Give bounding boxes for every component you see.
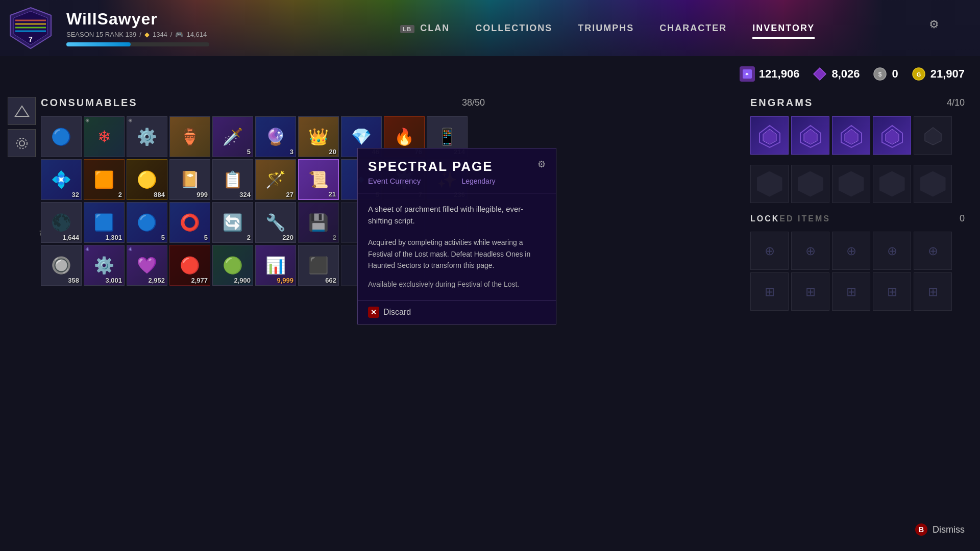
settings-icon[interactable]: ⚙ <box>929 18 939 31</box>
list-item[interactable]: 🌑 1,644 <box>41 202 82 243</box>
list-item[interactable] <box>873 116 911 155</box>
tab-character[interactable]: CHARACTER <box>659 20 727 36</box>
list-item[interactable] <box>791 116 829 155</box>
silver-icon: $ <box>872 66 888 82</box>
x-button-badge: ✕ <box>368 307 379 318</box>
locked-slot: ⊕ <box>873 232 911 270</box>
item-detail-subtitle: Event Currency <box>368 177 421 185</box>
list-item[interactable]: ❄ ✳ <box>84 116 125 157</box>
engrams-grid-bottom <box>750 165 965 203</box>
list-item[interactable]: 🔵 5 <box>127 202 167 243</box>
list-item[interactable]: 🟡 884 <box>127 159 167 200</box>
consumables-header: CONSUMABLES 38/50 <box>41 97 485 109</box>
user-info: WillSawyer SEASON 15 RANK 139 / ◆ 1344 /… <box>66 10 209 46</box>
locked-items-section: LOCKED ITEMS 0 ⊕ ⊕ ⊕ ⊕ ⊕ ⊞ ⊞ ⊞ ⊞ ⊞ <box>750 213 965 311</box>
svg-point-16 <box>17 138 27 148</box>
b-button-badge: B <box>915 523 927 536</box>
list-item[interactable]: 💠 32 <box>41 159 82 200</box>
list-item[interactable]: 🔄 2 <box>212 202 253 243</box>
currency-bar: ✦ 121,906 8,026 $ 0 G 21,907 <box>740 66 965 82</box>
svg-point-15 <box>19 141 24 146</box>
dismiss-label: Dismiss <box>933 524 965 535</box>
item-detail-header: SPECTRAL PAGE Event Currency Legendary ⚙ <box>358 148 556 193</box>
list-item <box>832 165 870 203</box>
tab-inventory[interactable]: INVENTORY <box>752 20 815 36</box>
list-item[interactable]: ⚙️ ✳ <box>127 116 167 157</box>
engrams-title: ENGRAMS <box>750 97 813 109</box>
tab-clan[interactable]: LB CLAN <box>400 20 450 36</box>
gear-icon-btn[interactable] <box>8 129 36 157</box>
item-detail-description: A sheet of parchment filled with illegib… <box>368 204 546 227</box>
main-content: ✦ 121,906 8,026 $ 0 G 21,907 <box>0 56 980 551</box>
avatar-container: 7 <box>0 0 61 56</box>
xp-bar-container <box>66 42 209 46</box>
list-item <box>914 116 952 155</box>
season-rank-label: SEASON 15 RANK 139 <box>66 31 136 38</box>
dismiss-button[interactable]: B Dismiss <box>915 523 965 536</box>
season-info: SEASON 15 RANK 139 / ◆ 1344 / 🎮 14,614 <box>66 31 209 38</box>
tab-collections[interactable]: COLLECTIONS <box>475 20 552 36</box>
silver-icon-small: 🎮 <box>175 31 183 38</box>
svg-text:G: G <box>916 71 921 78</box>
hex-placeholder <box>839 171 864 197</box>
list-item[interactable]: 💜 2,952 ✳ <box>127 245 167 286</box>
list-item[interactable]: 🔵 <box>41 116 82 157</box>
silver-value: 14,614 <box>186 31 207 38</box>
glimmer-currency: G 21,907 <box>911 66 965 82</box>
list-item[interactable]: 🔮 3 <box>255 116 296 157</box>
list-item[interactable]: 🔘 358 <box>41 245 82 286</box>
list-item[interactable]: ⚙️ 3,001 ✳ <box>84 245 125 286</box>
list-item[interactable]: 📋 324 <box>212 159 253 200</box>
locked-slot: ⊞ <box>832 272 870 311</box>
locked-slot: ⊕ <box>750 232 789 270</box>
right-panel: ENGRAMS 4/10 <box>750 97 965 311</box>
locked-slot: ⊕ <box>832 232 870 270</box>
svg-marker-25 <box>925 128 941 145</box>
power-level: ◆ <box>144 31 150 38</box>
power-value: 1344 <box>153 31 167 38</box>
item-detail-lore: Acquired by completing activities while … <box>368 237 546 271</box>
separator: / <box>139 31 141 38</box>
list-item[interactable]: ⭕ 5 <box>169 202 210 243</box>
item-detail-settings-icon[interactable]: ⚙ <box>537 159 546 170</box>
locked-slot: ⊞ <box>791 272 829 311</box>
list-item <box>791 165 829 203</box>
spectral-page-item[interactable]: 📜 21 <box>298 159 339 200</box>
list-item[interactable]: 💾 2 <box>298 202 339 243</box>
left-side-icons <box>8 97 36 157</box>
list-item[interactable]: 🏺 <box>169 116 210 157</box>
list-item[interactable]: 🟧 2 <box>84 159 125 200</box>
silver-currency: $ 0 <box>872 66 898 82</box>
list-item[interactable]: 🟢 2,900 <box>212 245 253 286</box>
glimmer-value: 21,907 <box>930 67 965 81</box>
nav-tabs: LB CLAN COLLECTIONS TRIUMPHS CHARACTER I… <box>296 0 919 56</box>
svg-marker-9 <box>814 68 826 80</box>
list-item[interactable] <box>832 116 870 155</box>
bright-dust-value: 121,906 <box>759 67 800 81</box>
triangle-icon-btn[interactable] <box>8 97 36 125</box>
hex-placeholder <box>757 171 782 197</box>
list-item[interactable]: ⬛ 662 <box>298 245 339 286</box>
lb-badge: LB <box>400 25 415 33</box>
list-item[interactable]: 🔴 2,977 <box>169 245 210 286</box>
consumables-title: CONSUMABLES <box>41 97 138 109</box>
tab-triumphs[interactable]: TRIUMPHS <box>578 20 634 36</box>
consumables-count: 38/50 <box>462 97 485 108</box>
list-item[interactable]: 🟦 1,301 <box>84 202 125 243</box>
list-item[interactable]: 🔧 220 <box>255 202 296 243</box>
bright-dust-currency: ✦ 121,906 <box>740 66 800 82</box>
list-item[interactable]: 📊 9,999 <box>255 245 296 286</box>
list-item[interactable]: 👑 20 <box>298 116 339 157</box>
list-item[interactable]: 🗡️ 5 <box>212 116 253 157</box>
locked-slot: ⊞ <box>750 272 789 311</box>
locked-slot: ⊕ <box>914 232 952 270</box>
item-detail-title-group: SPECTRAL PAGE Event Currency Legendary <box>368 159 496 185</box>
xp-bar <box>66 42 131 46</box>
discard-button[interactable]: ✕ Discard <box>368 307 411 318</box>
list-item[interactable] <box>750 116 789 155</box>
item-detail-note: Available exclusively during Festival of… <box>368 279 546 290</box>
list-item[interactable]: 🪄 27 <box>255 159 296 200</box>
hex-placeholder <box>879 171 905 197</box>
list-item[interactable]: 📔 999 <box>169 159 210 200</box>
legendary-shards-currency: 8,026 <box>812 66 860 82</box>
